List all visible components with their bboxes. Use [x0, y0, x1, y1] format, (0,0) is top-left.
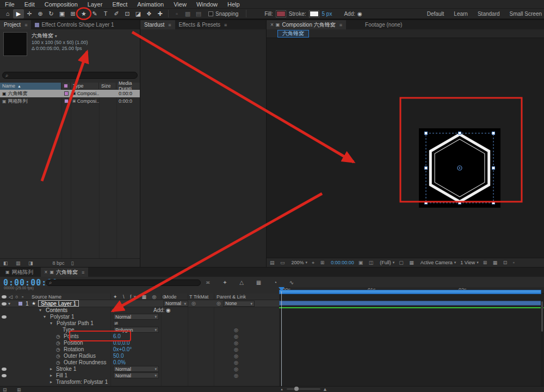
twirl-open-icon[interactable]: ▾	[50, 320, 52, 327]
tab-composition[interactable]: × ▣ Composition 六角蜂窝 ≡	[267, 20, 346, 29]
menu-composition[interactable]: Composition	[40, 1, 83, 8]
snapping-checkbox[interactable]	[208, 11, 213, 16]
type-tool[interactable]: T	[100, 9, 111, 18]
zoom-out-icon[interactable]: ▲	[280, 388, 283, 391]
zoom-in-icon[interactable]: ▲	[323, 387, 327, 392]
column-duration[interactable]: Media Durati	[116, 83, 140, 90]
resolution-dropdown[interactable]: (Full) ▾	[380, 260, 394, 265]
home-tool[interactable]: ⌂	[2, 9, 13, 18]
tab-effects-presets[interactable]: Effects & Presets ≡	[175, 20, 231, 29]
statusbar-icons-left[interactable]: ▤ ▭	[270, 260, 287, 265]
rotation-value[interactable]: 0x+0.0°	[113, 346, 132, 353]
outer-radius-value[interactable]: 50.0	[113, 353, 123, 359]
roto-brush-tool[interactable]: ❖	[144, 9, 154, 18]
label-chip[interactable]	[64, 99, 69, 103]
property-label[interactable]: Rotation	[64, 346, 84, 353]
layer-row-shape-layer-1[interactable]: ▾ 1 ★ Shape Layer 1 Normal ▾ ◎ ◎ None ▾	[0, 300, 279, 307]
timeline-search[interactable]: ⌕	[46, 279, 201, 286]
parent-dropdown[interactable]: None ▾	[223, 301, 255, 307]
panel-menu-icon[interactable]: ≡	[224, 22, 227, 28]
pen-tool[interactable]: ✎	[89, 9, 100, 18]
property-pickwhip-icon[interactable]: ◎	[234, 346, 238, 353]
stroke-swatch[interactable]	[310, 11, 319, 17]
property-pickwhip-icon[interactable]: ◎	[234, 366, 238, 372]
add-shape-button[interactable]: ◉	[357, 11, 362, 17]
layer-duration-bar[interactable]	[279, 301, 541, 306]
menu-view[interactable]: View	[169, 1, 191, 8]
row-outer-radius[interactable]: ◷ Outer Radius 50.0 ◎	[0, 353, 279, 359]
property-pickwhip-icon[interactable]: ◎	[234, 327, 238, 333]
twirl-closed-icon[interactable]: ▸	[50, 379, 52, 385]
property-pickwhip-icon[interactable]: ◎	[234, 353, 238, 359]
property-label[interactable]: Transform: Polystar 1	[56, 379, 108, 385]
source-name-header[interactable]: Source Name	[32, 294, 61, 300]
property-pickwhip-icon[interactable]: ◎	[234, 359, 238, 366]
shape-tool[interactable]: ★	[78, 9, 89, 18]
project-footer-icons[interactable]: ◧ ▥ ◨	[3, 260, 36, 266]
stopwatch-icon[interactable]: ◷	[56, 346, 60, 353]
twirl-open-icon[interactable]: ▾	[44, 314, 46, 320]
composition-canvas[interactable]	[419, 128, 500, 208]
parent-pickwhip-icon[interactable]: ◎	[217, 300, 221, 307]
property-label[interactable]: Polystar 1	[50, 314, 74, 320]
timeline-tab-grid[interactable]: ▣ 网格阵列	[2, 267, 38, 277]
menu-edit[interactable]: Edit	[20, 1, 40, 8]
property-label[interactable]: Contents	[46, 307, 67, 314]
menu-layer[interactable]: Layer	[83, 1, 108, 8]
current-time-indicator[interactable]	[281, 287, 282, 386]
project-row-grid[interactable]: ▣网格阵列 ▣Composi... 0:00:0	[0, 97, 140, 105]
statusbar-icons-right[interactable]: ⊞ ▦ ⊡ ▫	[483, 260, 517, 265]
tab-stardust[interactable]: Stardust ≡	[140, 20, 175, 29]
brush-tool[interactable]: ✐	[111, 9, 122, 18]
panel-menu-icon[interactable]: ≡	[24, 22, 27, 28]
view-layout-dropdown[interactable]: 1 View ▾	[460, 260, 478, 265]
timeline-tab-hexagon[interactable]: × ▣ 六角蜂窝 ≡	[41, 267, 89, 277]
tab-footage[interactable]: Footage (none)	[361, 20, 406, 29]
stroke-blend-dropdown[interactable]: Normal ▾	[113, 366, 159, 372]
row-fill-1[interactable]: ▸ Fill 1 Normal ▾ ◎	[0, 372, 279, 379]
selection-tool[interactable]: ▶	[13, 9, 24, 18]
fill-swatch[interactable]	[276, 11, 286, 17]
layer-name[interactable]: Shape Layer 1	[38, 300, 79, 307]
column-type[interactable]: Type	[71, 83, 99, 90]
path-reverse-icon[interactable]: ⇄	[113, 321, 119, 326]
row-outer-roundness[interactable]: ◷ Outer Roundness 0.0% ◎	[0, 359, 279, 366]
color-depth-button[interactable]: 8 bpc	[53, 260, 65, 266]
column-name[interactable]: Name ▲	[0, 83, 61, 90]
column-label[interactable]	[61, 83, 71, 90]
property-label[interactable]: Points	[64, 333, 79, 340]
composition-viewer[interactable]	[267, 38, 544, 258]
points-value[interactable]: 6.0	[113, 333, 121, 340]
twirl-closed-icon[interactable]: ▸	[50, 372, 52, 379]
workspace-small-screen[interactable]: Small Screen	[510, 11, 542, 17]
stopwatch-icon[interactable]: ◷	[56, 333, 60, 340]
property-pickwhip-icon[interactable]: ◎	[234, 372, 238, 379]
chevron-down-icon[interactable]: ▾	[55, 34, 57, 39]
row-points[interactable]: ◷ Points 6.0 ◎	[0, 333, 279, 340]
label-color-chip[interactable]	[18, 302, 22, 306]
menu-effect[interactable]: Effect	[107, 1, 132, 8]
menu-window[interactable]: Window	[191, 1, 222, 8]
viewer-tab-hexagon[interactable]: 六角蜂窝	[277, 30, 309, 38]
layer-mode-dropdown[interactable]: Normal ▾	[163, 301, 188, 307]
timeline-zoom-slider[interactable]	[287, 388, 320, 390]
property-label[interactable]: Stroke 1	[56, 366, 76, 372]
timeline-bottom-toggles[interactable]: ⊟ ⊞	[3, 387, 26, 392]
stroke-width-value[interactable]: 5 px	[322, 11, 332, 17]
menu-help[interactable]: Help	[222, 1, 245, 8]
pan-behind-tool[interactable]: ⊞	[67, 9, 78, 18]
panel-menu-icon[interactable]: ≡	[82, 270, 84, 275]
row-stroke-1[interactable]: ▸ Stroke 1 Normal ▾ ◎	[0, 366, 279, 372]
eye-icon[interactable]	[2, 315, 7, 319]
grid-guides-icons[interactable]: ⌖ ⊞	[312, 260, 326, 266]
trkmat-header[interactable]: T TrkMat	[189, 294, 208, 300]
panel-menu-icon[interactable]: ≡	[168, 22, 171, 28]
roi-icons[interactable]: ▢ ▦	[399, 260, 416, 265]
trkmat-pickwhip-icon[interactable]: ◎	[191, 300, 196, 307]
parent-link-header[interactable]: Parent & Link	[217, 294, 246, 300]
twirl-open-icon[interactable]: ▾	[39, 307, 41, 314]
menu-file[interactable]: File	[0, 1, 20, 8]
project-item-name[interactable]: 六角蜂窝	[32, 33, 53, 39]
orbit-camera-tool[interactable]: ↻	[46, 9, 57, 18]
column-size[interactable]: Size	[99, 83, 116, 90]
